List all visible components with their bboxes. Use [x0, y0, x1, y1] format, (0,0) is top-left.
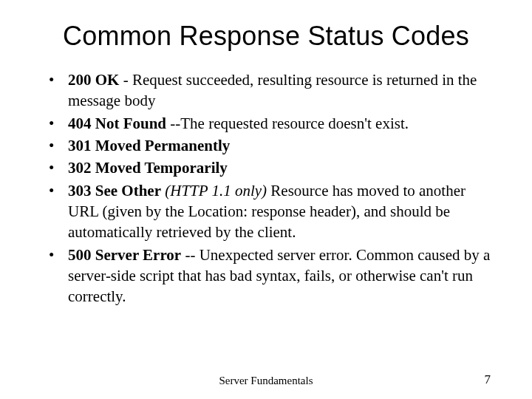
item-lead: 303 See Other: [68, 182, 161, 200]
item-lead: 200 OK: [68, 71, 119, 89]
list-item: 500 Server Error -- Unexpected server er…: [43, 245, 495, 307]
item-rest: The requested resource doesn't exist.: [180, 115, 409, 132]
slide-title: Common Response Status Codes: [37, 21, 495, 52]
page-number: 7: [485, 372, 491, 387]
list-item: 301 Moved Permanently: [43, 135, 495, 156]
item-lead: 302 Moved Temporarily: [68, 159, 228, 177]
item-mid: --: [181, 246, 200, 264]
item-italic: (HTTP 1.1 only): [165, 182, 267, 200]
item-mid: --: [166, 115, 180, 132]
list-item: 404 Not Found --The requested resource d…: [43, 113, 495, 134]
slide: Common Response Status Codes 200 OK - Re…: [0, 0, 532, 399]
list-item: 302 Moved Temporarily: [43, 157, 495, 178]
footer-center: Server Fundamentals: [0, 375, 532, 387]
item-lead: 301 Moved Permanently: [68, 137, 230, 154]
item-lead: 404 Not Found: [68, 115, 166, 132]
item-lead: 500 Server Error: [68, 246, 181, 264]
bullet-list: 200 OK - Request succeeded, resulting re…: [37, 69, 495, 307]
list-item: 303 See Other (HTTP 1.1 only) Resource h…: [43, 180, 495, 243]
list-item: 200 OK - Request succeeded, resulting re…: [43, 69, 495, 112]
item-mid: -: [119, 71, 132, 89]
